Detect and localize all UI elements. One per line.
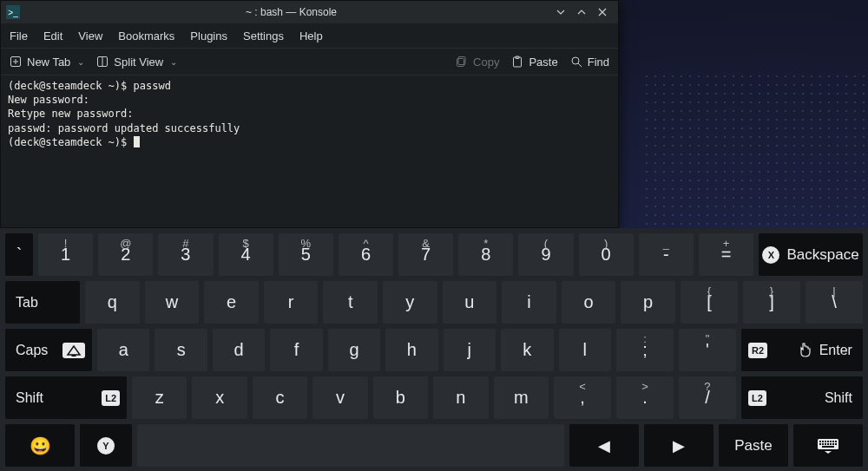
svg-rect-25: [822, 446, 834, 448]
caret-down-icon: ⌄: [77, 57, 84, 67]
key-comma[interactable]: <,: [554, 376, 611, 419]
svg-line-8: [578, 63, 582, 67]
key-quote[interactable]: "': [679, 329, 736, 371]
key-y-hint[interactable]: Y: [80, 424, 132, 467]
key-upper: }: [770, 285, 773, 298]
kbd-row-5: 😀 Y ◀ ▶ Paste: [5, 424, 863, 467]
key-s[interactable]: s: [155, 329, 207, 371]
menu-bookmarks[interactable]: Bookmarks: [118, 29, 174, 43]
key-p[interactable]: p: [621, 281, 675, 324]
key-y[interactable]: y: [383, 281, 437, 324]
key-period[interactable]: >.: [616, 376, 674, 419]
key-2[interactable]: @2: [98, 233, 153, 276]
key-g[interactable]: g: [328, 329, 380, 371]
key-k[interactable]: k: [501, 329, 553, 371]
new-tab-button[interactable]: New Tab ⌄: [10, 56, 84, 69]
key-5[interactable]: %5: [279, 233, 333, 276]
key-7[interactable]: &7: [398, 233, 453, 276]
key-upper: ?: [704, 380, 710, 393]
key-4[interactable]: $4: [219, 233, 273, 276]
key-backspace[interactable]: X Backspace: [759, 233, 863, 276]
caret-down-icon: ⌄: [170, 57, 177, 67]
key-6[interactable]: ^6: [339, 233, 393, 276]
menu-view[interactable]: View: [78, 29, 102, 43]
wallpaper-dots: [642, 72, 868, 245]
key-paste[interactable]: Paste: [719, 424, 788, 467]
key-tab[interactable]: Tab: [5, 281, 80, 324]
key-v[interactable]: v: [312, 376, 367, 419]
key-enter[interactable]: R2 Enter: [741, 329, 863, 371]
find-button[interactable]: Find: [570, 56, 609, 69]
key-shift-left[interactable]: Shift L2: [5, 376, 127, 419]
l2-badge-icon: L2: [748, 390, 766, 406]
key-backtick[interactable]: `: [5, 233, 33, 276]
key-9[interactable]: (9: [518, 233, 573, 276]
key-m[interactable]: m: [494, 376, 549, 419]
kbd-row-2: Tab q w e r t y u i o p {[ }] |\: [5, 281, 863, 324]
key-h[interactable]: h: [385, 329, 437, 371]
key-0[interactable]: )0: [579, 233, 634, 276]
split-view-icon: [96, 56, 108, 68]
key-u[interactable]: u: [443, 281, 497, 324]
key-caps[interactable]: Caps: [5, 329, 92, 371]
copy-button[interactable]: Copy: [456, 56, 499, 69]
menu-settings[interactable]: Settings: [243, 29, 284, 43]
key-shift-right[interactable]: L2 Shift: [741, 376, 863, 419]
key-t[interactable]: t: [323, 281, 378, 324]
key-j[interactable]: j: [444, 329, 496, 371]
paste-icon: [511, 56, 523, 68]
toolbar: New Tab ⌄ Split View ⌄ Copy: [1, 48, 618, 75]
key-a[interactable]: a: [97, 329, 149, 371]
key-lbracket[interactable]: {[: [681, 281, 738, 324]
key-semicolon[interactable]: :;: [616, 329, 674, 371]
key-space[interactable]: [137, 424, 564, 467]
kbd-row-1: ` !1 @2 #3 $4 %5 ^6 &7 *8 (9 )0 _- += X …: [5, 233, 863, 276]
key-x[interactable]: x: [192, 376, 247, 419]
menu-edit[interactable]: Edit: [43, 29, 62, 43]
key-arrow-left[interactable]: ◀: [569, 424, 639, 467]
key-c[interactable]: c: [253, 376, 307, 419]
titlebar[interactable]: >_ ~ : bash — Konsole: [1, 1, 618, 23]
key-n[interactable]: n: [433, 376, 488, 419]
key-f[interactable]: f: [270, 329, 322, 371]
maximize-button[interactable]: [576, 7, 592, 17]
key-lower: j: [468, 340, 471, 360]
key-rbracket[interactable]: }]: [743, 281, 800, 324]
minimize-button[interactable]: [556, 7, 571, 17]
key-q[interactable]: q: [85, 281, 140, 324]
close-button[interactable]: [597, 7, 613, 17]
menu-plugins[interactable]: Plugins: [190, 29, 227, 43]
key-d[interactable]: d: [213, 329, 265, 371]
key-lower: h: [407, 340, 417, 360]
key-hide-keyboard[interactable]: [793, 424, 863, 467]
term-line-4: passwd: password updated successfully: [8, 122, 240, 134]
key-equals[interactable]: +=: [699, 233, 753, 276]
key-r[interactable]: r: [264, 281, 319, 324]
split-view-button[interactable]: Split View ⌄: [96, 56, 177, 69]
key-8[interactable]: *8: [458, 233, 513, 276]
key-z[interactable]: z: [132, 376, 187, 419]
menu-help[interactable]: Help: [299, 29, 323, 43]
svg-rect-19: [822, 443, 824, 445]
key-upper: {: [707, 285, 711, 298]
svg-rect-16: [832, 441, 834, 442]
key-i[interactable]: i: [502, 281, 556, 324]
key-l[interactable]: l: [559, 329, 611, 371]
key-e[interactable]: e: [204, 281, 259, 324]
terminal-area[interactable]: (deck@steamdeck ~)$ passwd New password:…: [1, 75, 618, 227]
key-o[interactable]: o: [562, 281, 616, 324]
svg-rect-18: [819, 443, 821, 445]
menu-file[interactable]: File: [10, 29, 28, 43]
key-b[interactable]: b: [373, 376, 428, 419]
key-backslash[interactable]: |\: [806, 281, 863, 324]
paste-button[interactable]: Paste: [511, 56, 557, 69]
keyboard-hide-icon: [817, 438, 839, 454]
key-3[interactable]: #3: [158, 233, 213, 276]
key-arrow-right[interactable]: ▶: [644, 424, 713, 467]
key-minus[interactable]: _-: [639, 233, 694, 276]
key-emoji[interactable]: 😀: [5, 424, 75, 467]
key-slash[interactable]: ?/: [679, 376, 736, 419]
find-label: Find: [588, 56, 609, 69]
key-w[interactable]: w: [145, 281, 200, 324]
key-1[interactable]: !1: [38, 233, 93, 276]
